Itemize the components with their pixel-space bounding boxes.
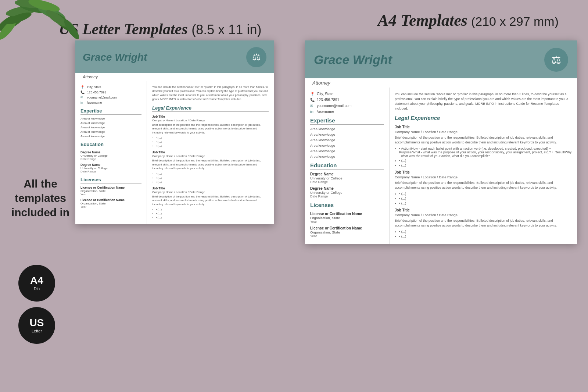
location-icon: 📍 (80, 85, 85, 89)
right-location-text: City, State (317, 92, 333, 96)
right-resume-header: Grace Wright ⚖ (305, 40, 577, 78)
job-bullet-1-1: • (...) (156, 176, 269, 179)
right-resume-body: 📍 City, State 📞 123.456.7891 ✉ yourname@… (305, 88, 577, 244)
edu-date-1: Date Range (80, 170, 141, 173)
about-text-right: You can include the section "about me" o… (395, 92, 572, 111)
phone-icon: 📞 (80, 90, 85, 94)
right-job-bullet-1-1: • (...) (399, 197, 572, 200)
right-expertise-3: Area knowledge (310, 143, 384, 147)
right-resume: Grace Wright ⚖ Attorney 📍 City, State 📞 … (305, 40, 577, 244)
right-edu-date-1: Date Range (310, 195, 384, 198)
contact-linkedin: in /username (80, 101, 141, 104)
linkedin-text: /username (87, 101, 102, 104)
right-job-bullet-2-1: • (...) (399, 235, 572, 238)
right-resume-name: Grace Wright (314, 53, 392, 67)
right-job-bullet-0-1: • (...) (399, 159, 572, 163)
badge-container: A4 Din US Letter (18, 265, 55, 344)
a4-badge-sub: Din (34, 286, 40, 291)
job-desc-2: Brief description of the position and th… (152, 195, 269, 207)
right-contact-email: ✉ yourname@mail.com (310, 104, 384, 108)
right-attorney-title: Attorney (305, 78, 577, 88)
contact-location: 📍 City, State (80, 85, 141, 89)
right-expertise-2: Area knowledge (310, 138, 384, 142)
right-expertise-0: Area knowledge (310, 127, 384, 131)
right-email-icon: ✉ (310, 104, 315, 108)
scales-icon-left: ⚖ (246, 47, 266, 67)
right-contact-location: 📍 City, State (310, 92, 384, 96)
license-org-1: Organization, State (80, 202, 141, 205)
right-job-bullet-0-0: • Action/How - start each bullet point w… (399, 147, 572, 158)
a4-badge: A4 Din (18, 265, 55, 302)
job-title-0: Job Title (152, 115, 269, 118)
right-license-year-0: Year (310, 220, 384, 224)
license-org-0: Organization, State (80, 189, 141, 193)
left-resume-body: 📍 City, State 📞 123.456.7891 ✉ yourname@… (75, 81, 274, 224)
right-job-title-0: Job Title (395, 125, 572, 129)
job-bullet-2-0: • (...) (156, 208, 269, 211)
left-resume-name: Grace Wright (83, 51, 147, 63)
edu-degree-1: Degree Name (80, 163, 141, 167)
right-edu-degree-0: Degree Name (310, 172, 384, 176)
right-legal-exp-title: Legal Experience (395, 115, 572, 122)
job-bullet-0-1: • (...) (156, 140, 269, 143)
right-job-desc-0: Brief description of the position and th… (395, 135, 572, 145)
left-title-normal: (8.5 x 11 in) (191, 22, 261, 37)
email-text: yourname@mail.com (87, 96, 116, 99)
linkedin-icon: in (80, 101, 85, 104)
right-license-org-0: Organization, State (310, 216, 384, 220)
job-desc-1: Brief description of the position and th… (152, 159, 269, 171)
a4-badge-main: A4 (30, 275, 43, 286)
left-template-title: US Letter Templates (8.5 x 11 in) (59, 20, 261, 38)
left-resume: Grace Wright ⚖ Attorney 📍 City, State 📞 … (75, 40, 274, 224)
right-job-company-2: Company Name / Location / Date Range (395, 213, 572, 217)
job-bullet-2-1: • (...) (156, 212, 269, 215)
right-edu-date-0: Date Range (310, 180, 384, 184)
job-bullet-0-0: • (...) (156, 136, 269, 139)
license-year-0: Year (80, 193, 141, 196)
right-job-bullet-0-2: • (...) (399, 164, 572, 167)
job-bullet-0-2: • (...) (156, 144, 269, 147)
email-icon: ✉ (80, 96, 85, 99)
right-license-org-1: Organization, State (310, 230, 384, 234)
right-contact-linkedin: in /username (310, 110, 384, 114)
location-text: City, State (87, 85, 101, 89)
job-title-2: Job Title (152, 186, 269, 190)
right-template-title: A4 Templates (210 x 297 mm) (378, 11, 559, 30)
us-badge-main: US (30, 318, 44, 328)
left-attorney-title: Attorney (75, 73, 274, 81)
job-company-2: Company Name / Location / Date Range (152, 190, 269, 194)
job-title-1: Job Title (152, 150, 269, 154)
right-job-company-0: Company Name / Location / Date Range (395, 130, 572, 134)
right-contact-phone: 📞 123.456.7891 (310, 98, 384, 102)
right-location-icon: 📍 (310, 92, 315, 96)
about-text-left: You can include the section "about me" o… (152, 85, 269, 101)
education-section-title: Education (80, 142, 141, 148)
side-text: All the templates included in (11, 177, 70, 220)
contact-email: ✉ yourname@mail.com (80, 96, 141, 99)
edu-degree-0: Degree Name (80, 150, 141, 154)
license-year-1: Year (80, 205, 141, 209)
right-job-bullet-1-2: • (...) (399, 202, 572, 205)
phone-text: 123.456.7891 (87, 90, 106, 94)
license-name-0: License or Certification Name (80, 186, 141, 189)
right-job-bullet-1-0: • (...) (399, 192, 572, 196)
job-company-1: Company Name / Location / Date Range (152, 154, 269, 158)
expertise-4: Area of knowledge (80, 135, 141, 138)
legal-exp-title: Legal Experience (152, 105, 269, 112)
license-name-1: License or Certification Name (80, 198, 141, 202)
expertise-1: Area of knowledge (80, 121, 141, 125)
right-email-text: yourname@mail.com (317, 104, 352, 108)
us-badge-sub: Letter (32, 329, 42, 333)
right-linkedin-text: /username (317, 110, 334, 114)
right-title-normal: (210 x 297 mm) (471, 14, 559, 28)
expertise-section-title: Expertise (80, 108, 141, 115)
right-phone-icon: 📞 (310, 98, 315, 102)
right-expertise-title: Expertise (310, 117, 384, 125)
right-job-bullet-2-0: • (...) (399, 230, 572, 234)
right-license-year-1: Year (310, 234, 384, 238)
licenses-section-title: Licenses (80, 177, 141, 183)
job-bullet-1-2: • (...) (156, 180, 269, 183)
job-desc-0: Brief description of the position and th… (152, 123, 269, 135)
job-bullet-2-2: • (...) (156, 216, 269, 219)
expertise-0: Area of knowledge (80, 117, 141, 120)
